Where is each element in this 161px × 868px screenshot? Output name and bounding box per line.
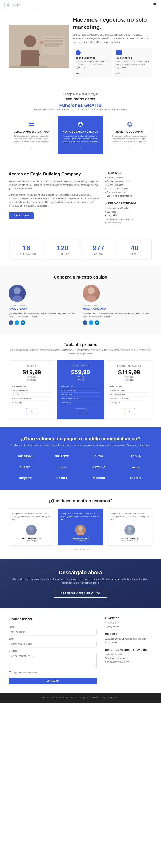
mike-facebook-icon[interactable]: f — [83, 320, 87, 325]
partner-amazon: amazon — [8, 452, 42, 460]
celia-text: Sample text. Click to select the text bo… — [61, 512, 100, 521]
download-description: Utilices los sitios para que nuestra con… — [8, 577, 153, 585]
eagle-section: Acerca de Eagle Building Company Nuestro… — [0, 163, 161, 233]
markets-title: → MERCADOS ATENDIDOS — [105, 202, 153, 205]
paul-facebook-icon[interactable]: f — [8, 320, 13, 325]
svg-rect-11 — [29, 124, 34, 125]
hero-card-what-link[interactable]: MÁS — [116, 72, 121, 75]
pricing-description: Vali taus commodo viverra maecenas accum… — [8, 348, 153, 355]
hero-content: Hacemos negocios, no solo marketing. Lo … — [73, 16, 153, 78]
contact-info: LLÁMENOS 1 (234) 567-891 1 (234) 987-832… — [105, 617, 153, 684]
development-select-button[interactable]: → — [75, 409, 86, 415]
roberts-text: Sample text. Click to select the text bo… — [110, 512, 149, 521]
svg-rect-6 — [44, 40, 63, 42]
terms-checkbox[interactable] — [8, 671, 11, 674]
team-title: Conozca a nuestro equipo — [8, 275, 153, 280]
footer: Sample text. Click to select the text bo… — [0, 693, 161, 703]
feature-item: Sitio web incluido — [109, 393, 149, 397]
service-item: Contratación general — [105, 190, 153, 194]
partner-unimed: unimed — [46, 474, 79, 481]
service-item: Diseño / Construcción — [105, 187, 153, 190]
message-label: Message — [8, 650, 97, 652]
partner-crolla: CROLLA — [82, 464, 116, 471]
hero-card-about-title: SOBRE NOSOTROS — [76, 57, 109, 59]
svg-rect-3 — [8, 66, 47, 68]
hamburger-menu-icon[interactable]: ☰ — [153, 3, 157, 7]
svg-point-13 — [78, 122, 83, 126]
mike-desc: Quis avec usted filial lorem blindiste p… — [83, 312, 153, 318]
hero-image — [8, 25, 69, 68]
name-input[interactable] — [8, 629, 97, 635]
feature-item: Interacciones Robótico — [109, 397, 149, 401]
svg-point-26 — [77, 531, 84, 535]
service-item: Gestión de la construcción — [105, 194, 153, 198]
reynolds-text: Sample text. Click to select the text bo… — [12, 512, 51, 521]
partner-binance: BINANCE — [46, 453, 79, 460]
testimonials-section: ¿Qué dicen nuestros usuarios? Sample tex… — [0, 490, 161, 559]
name-field-group: Name — [8, 626, 97, 635]
paul-twitter-icon[interactable]: t — [15, 320, 19, 325]
eagle-left: Acerca de Eagle Building Company Nuestro… — [8, 172, 99, 224]
download-button[interactable]: CREAR SITIO WEB GRATUITO — [54, 589, 107, 598]
development-link[interactable]: Punto aqui — [60, 379, 101, 381]
feature-item: Sitio web incluido — [12, 393, 52, 397]
bandwidth-arrow[interactable]: ⌄ — [61, 146, 100, 150]
market-item: Hospitalidad — [105, 214, 153, 217]
services-info-section: NUESTROS MEJORES SERVICIOS Tirulados Soc… — [105, 649, 153, 664]
pricing-grid: DISEÑO $19,99 Punto aqui Punto aqui Rell… — [8, 361, 153, 419]
search-icon: 🔍 — [6, 3, 10, 7]
storage-arrow[interactable]: ⌄ — [12, 146, 51, 150]
hero-card-what-text: Quis aute iure dolor in reprehenderit in… — [116, 60, 150, 69]
svg-rect-5 — [44, 38, 63, 39]
feature-item: Rellenos duales — [60, 384, 101, 389]
stats-section: 16 CLASIFICACIÓN 120 CLIENTELA 977 CASOS… — [0, 233, 161, 266]
features-sample-text: Sample text. Click to select the text bo… — [8, 108, 153, 111]
features-subtitle: El alojamiento es aún mejor — [8, 92, 153, 96]
mike-twitter-icon[interactable]: t — [89, 320, 93, 325]
domain-name: REGISTRO DE DOMINIO — [110, 131, 149, 133]
custom-select-button[interactable]: → — [124, 408, 135, 414]
hero-card-about-link[interactable]: MÁS — [76, 72, 80, 75]
svg-point-24 — [28, 531, 34, 535]
service-item: Pre-construcción — [105, 176, 153, 180]
domain-arrow[interactable]: ⌄ — [110, 146, 149, 150]
partner-sony: SONY — [8, 464, 42, 471]
svg-point-20 — [12, 296, 22, 302]
search-bar[interactable]: 🔍 — [4, 2, 39, 8]
eagle-contact-button[interactable]: CONTÁCTENOS — [8, 212, 34, 219]
stat-label: CASOS — [84, 253, 113, 255]
feature-card-bandwidth: ANCHO DE BANDA NO MEDIDO Lorem ipsum dol… — [58, 116, 104, 155]
domain-icon — [126, 120, 134, 128]
custom-link[interactable]: Punto aqui — [109, 379, 149, 381]
feature-item: Gran apoyo — [12, 401, 52, 405]
submit-button[interactable]: ENTREGAR — [8, 678, 97, 684]
hero-card-about: SOBRE NOSOTROS Quis aute iure dolor in r… — [73, 48, 112, 78]
roberts-name: BOB ROBERTS — [110, 537, 149, 540]
email-input[interactable] — [8, 641, 97, 647]
footer-text: Sample text. Click to select the text bo… — [8, 696, 153, 699]
svg-point-23 — [29, 526, 33, 531]
custom-plan-name: PERSONALIZACIÓN — [109, 365, 149, 367]
service-2: Titulados al compraso — [105, 656, 153, 660]
design-link[interactable]: Punto aqui — [12, 379, 52, 381]
phone-number-1: 1 (234) 567-891 — [105, 621, 153, 625]
stat-label: CLASIFICACIÓN — [12, 253, 41, 255]
stat-cases: 977 CASOS — [82, 240, 115, 260]
message-input[interactable] — [8, 653, 97, 668]
search-input[interactable] — [12, 3, 37, 6]
terms-label: I agree the Terms of Service — [13, 672, 37, 674]
feature-item: Gran apoyo — [60, 401, 101, 405]
mike-linkedin-icon[interactable]: in — [95, 320, 99, 325]
feature-item: Interacciones Robótico — [12, 397, 52, 401]
testimonial-celia: Sample text. Click to select the text bo… — [58, 508, 104, 546]
partner-android: android — [119, 474, 153, 481]
development-price: $59,99 — [60, 369, 101, 376]
team-card-mike: Caso uno - Médico MIKE RICHMOND Quis ave… — [83, 285, 153, 325]
stat-clientela: 120 CLIENTELA — [46, 240, 79, 260]
phone-number-2: 1 (234) 987-832 — [105, 625, 153, 628]
mike-label: Caso uno - Médico — [83, 305, 153, 307]
partner-crocs: crocs — [46, 464, 79, 471]
paul-label: Caso uno - Médico — [8, 305, 78, 307]
design-select-button[interactable]: → — [26, 408, 37, 414]
paul-linkedin-icon[interactable]: in — [21, 320, 25, 325]
